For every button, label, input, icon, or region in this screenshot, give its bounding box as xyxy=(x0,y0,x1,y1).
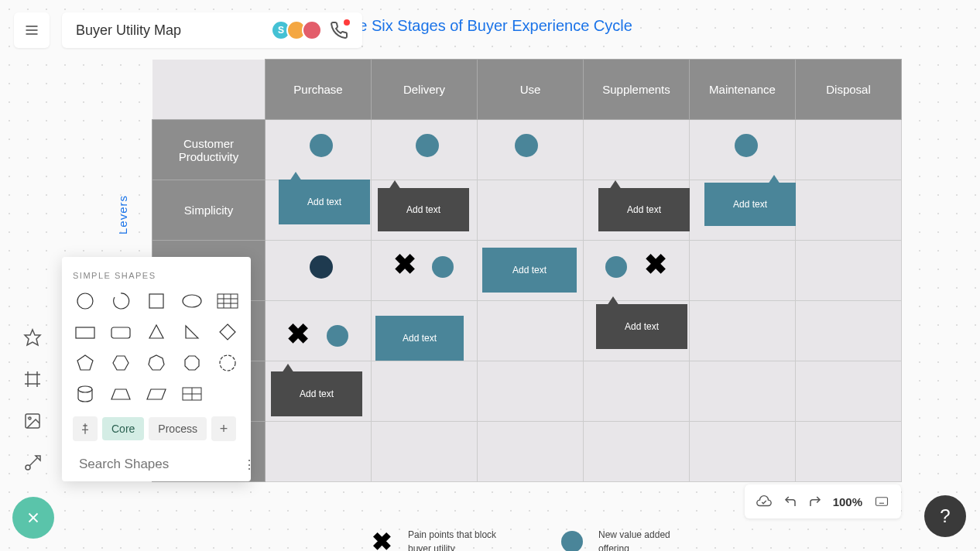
shape-rectangle[interactable] xyxy=(73,322,98,342)
cell[interactable] xyxy=(478,180,584,241)
note[interactable]: Add text xyxy=(704,183,796,226)
frame-tool[interactable] xyxy=(19,365,46,393)
shape-right-triangle[interactable] xyxy=(180,322,204,342)
cell[interactable] xyxy=(796,361,902,422)
col-supplements[interactable]: Supplements xyxy=(584,60,690,120)
pain-point-marker[interactable]: ✖ xyxy=(286,320,310,348)
help-button[interactable]: ? xyxy=(924,495,966,537)
shape-parallelogram[interactable] xyxy=(144,384,169,404)
shape-ellipse[interactable] xyxy=(180,291,204,311)
row-productivity[interactable]: Customer Productivity xyxy=(152,120,266,180)
svg-rect-41 xyxy=(876,498,888,506)
pain-point-marker[interactable]: ✖ xyxy=(393,251,416,279)
shape-hexagon[interactable] xyxy=(108,353,133,373)
sync-button[interactable] xyxy=(756,493,773,510)
shape-tabs: Core Process + xyxy=(73,416,240,441)
cell[interactable] xyxy=(796,120,902,180)
menu-button[interactable] xyxy=(14,12,50,48)
cell[interactable] xyxy=(372,241,478,301)
offering-marker[interactable] xyxy=(735,134,758,157)
shape-diamond[interactable] xyxy=(215,322,240,342)
avatar-3[interactable] xyxy=(302,20,322,40)
cell[interactable] xyxy=(796,422,902,482)
svg-marker-27 xyxy=(220,324,235,340)
shape-nonagon[interactable] xyxy=(215,353,240,373)
redo-button[interactable] xyxy=(808,495,822,508)
image-tool[interactable] xyxy=(19,407,46,435)
shape-arc[interactable] xyxy=(108,291,133,311)
note[interactable]: Add text xyxy=(378,188,469,231)
cell[interactable] xyxy=(584,361,690,422)
connector-tool[interactable] xyxy=(19,449,46,477)
tab-process[interactable]: Process xyxy=(149,417,207,440)
undo-button[interactable] xyxy=(783,495,797,508)
row-simplicity[interactable]: Simplicity xyxy=(152,180,266,241)
offering-marker[interactable] xyxy=(327,325,348,347)
keyboard-button[interactable] xyxy=(873,495,890,508)
shape-search: ⋮ xyxy=(73,450,240,472)
offering-marker[interactable] xyxy=(515,134,538,157)
cell[interactable] xyxy=(584,120,690,180)
svg-point-15 xyxy=(77,293,93,309)
offering-marker[interactable] xyxy=(416,134,439,157)
pin-button[interactable] xyxy=(73,416,98,441)
shape-grid-2[interactable] xyxy=(180,384,204,404)
svg-line-12 xyxy=(29,458,37,466)
pain-point-marker[interactable]: ✖ xyxy=(644,251,667,279)
cell[interactable] xyxy=(584,241,690,301)
note[interactable]: Add text xyxy=(271,371,362,416)
cell[interactable] xyxy=(690,241,796,301)
cell[interactable] xyxy=(266,422,372,482)
cell[interactable] xyxy=(478,361,584,422)
cell[interactable] xyxy=(584,422,690,482)
shape-heptagon[interactable] xyxy=(144,353,169,373)
offering-marker[interactable] xyxy=(310,134,333,157)
shape-cylinder[interactable] xyxy=(73,384,98,404)
col-purchase[interactable]: Purchase xyxy=(266,60,372,120)
levers-label: Levers xyxy=(116,195,129,234)
cell[interactable] xyxy=(796,301,902,361)
cell[interactable] xyxy=(372,361,478,422)
cell[interactable] xyxy=(796,241,902,301)
call-button[interactable] xyxy=(330,21,348,39)
shape-pentagon[interactable] xyxy=(73,353,98,373)
cell[interactable] xyxy=(690,361,796,422)
cell[interactable] xyxy=(266,301,372,361)
more-options[interactable]: ⋮ xyxy=(243,457,255,472)
cell[interactable] xyxy=(478,422,584,482)
offering-marker[interactable] xyxy=(605,256,627,278)
col-delivery[interactable]: Delivery xyxy=(372,60,478,120)
document-title[interactable]: Buyer Utility Map xyxy=(76,22,181,39)
shape-circle[interactable] xyxy=(73,291,98,311)
shape-triangle[interactable] xyxy=(144,322,169,342)
note[interactable]: Add text xyxy=(279,180,370,224)
note[interactable]: Add text xyxy=(598,188,690,231)
add-tab-button[interactable]: + xyxy=(211,416,236,441)
cell[interactable] xyxy=(690,422,796,482)
shape-trapezoid[interactable] xyxy=(108,384,133,404)
col-disposal[interactable]: Disposal xyxy=(796,60,902,120)
collaborators: S xyxy=(276,20,348,40)
col-maintenance[interactable]: Maintenance xyxy=(690,60,796,120)
zoom-level[interactable]: 100% xyxy=(833,495,862,508)
shape-table[interactable] xyxy=(215,291,240,311)
shape-rounded-rect[interactable] xyxy=(108,322,133,342)
offering-marker[interactable] xyxy=(310,255,333,279)
cell[interactable] xyxy=(690,301,796,361)
cell[interactable] xyxy=(796,180,902,241)
offering-marker[interactable] xyxy=(432,256,454,278)
svg-point-17 xyxy=(183,295,201,307)
cell[interactable] xyxy=(478,301,584,361)
shape-octagon[interactable] xyxy=(180,353,204,373)
note[interactable]: Add text xyxy=(482,248,577,293)
note[interactable]: Add text xyxy=(375,316,464,361)
note[interactable]: Add text xyxy=(596,304,687,349)
close-panel-button[interactable] xyxy=(12,497,54,539)
search-input[interactable] xyxy=(79,457,243,472)
cell[interactable] xyxy=(372,422,478,482)
col-use[interactable]: Use xyxy=(478,60,584,120)
tab-core[interactable]: Core xyxy=(102,417,144,440)
shapes-tool[interactable] xyxy=(19,323,46,351)
canvas-heading[interactable]: The Six Stages of Buyer Experience Cycle xyxy=(341,17,980,35)
shape-square[interactable] xyxy=(144,291,169,311)
